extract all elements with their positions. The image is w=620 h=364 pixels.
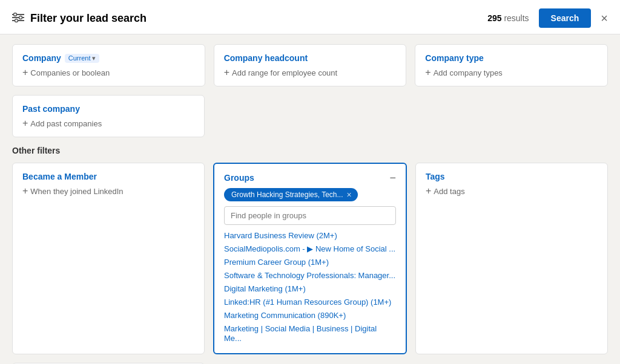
group-item-link[interactable]: Marketing | Social Media | Business | Di… bbox=[224, 324, 377, 343]
dropdown-arrow-icon: ▾ bbox=[92, 54, 96, 62]
modal-title: Filter your lead search bbox=[30, 12, 147, 25]
list-item: Marketing | Social Media | Business | Di… bbox=[224, 322, 396, 345]
became-member-title: Became a Member bbox=[22, 172, 194, 181]
other-filters-label: Other filters bbox=[12, 146, 608, 155]
group-item-link[interactable]: Marketing Communication (890K+) bbox=[224, 311, 346, 320]
group-item-link[interactable]: Digital Marketing (1M+) bbox=[224, 284, 306, 293]
plus-icon-tags: + bbox=[426, 186, 431, 196]
past-company-add-action[interactable]: + Add past companies bbox=[22, 119, 194, 128]
company-card: Company Current ▾ + Companies or boolean bbox=[12, 44, 205, 86]
filter-modal: Filter your lead search 295 results Sear… bbox=[0, 0, 620, 364]
filter-row-2: Past company + Add past companies bbox=[12, 95, 608, 137]
list-item: Linked:HR (#1 Human Resources Group) (1M… bbox=[224, 295, 396, 308]
results-display: 295 results bbox=[487, 13, 529, 23]
past-company-card: Past company + Add past companies bbox=[12, 95, 205, 137]
search-button[interactable]: Search bbox=[539, 8, 592, 28]
groups-content: Growth Hacking Strategies, Tech... × Har… bbox=[224, 188, 396, 345]
modal-header: Filter your lead search 295 results Sear… bbox=[0, 0, 620, 34]
tag-remove-button[interactable]: × bbox=[347, 190, 352, 199]
groups-card: Groups − Growth Hacking Strategies, Tech… bbox=[213, 163, 407, 354]
headcount-title: Company headcount bbox=[224, 53, 397, 63]
became-member-card: Became a Member + When they joined Linke… bbox=[12, 163, 205, 354]
group-item-link[interactable]: Linked:HR (#1 Human Resources Group) (1M… bbox=[224, 297, 391, 307]
groups-suggestions-list: Harvard Business Review (2M+) SocialMedi… bbox=[224, 229, 396, 345]
svg-point-3 bbox=[14, 13, 17, 16]
group-item-link[interactable]: Premium Career Group (1M+) bbox=[224, 258, 329, 267]
list-item: SocialMediopolis.com - ▶ New Home of Soc… bbox=[224, 242, 396, 255]
tags-add-action[interactable]: + Add tags bbox=[426, 186, 598, 196]
groups-collapse-button[interactable]: − bbox=[389, 172, 396, 183]
company-type-add-action[interactable]: + Add company types bbox=[425, 68, 598, 77]
groups-selected-tag: Growth Hacking Strategies, Tech... × bbox=[224, 188, 358, 201]
list-item: Software & Technology Professionals: Man… bbox=[224, 268, 396, 282]
header-right: 295 results Search × bbox=[487, 8, 608, 28]
groups-selected-tag-container: Growth Hacking Strategies, Tech... × bbox=[224, 188, 396, 206]
company-badge[interactable]: Current ▾ bbox=[65, 54, 100, 63]
tags-card: Tags + Add tags bbox=[415, 163, 608, 354]
list-item: Harvard Business Review (2M+) bbox=[224, 229, 396, 242]
close-button[interactable]: × bbox=[601, 12, 608, 24]
group-item-link[interactable]: Software & Technology Professionals: Man… bbox=[224, 271, 395, 280]
list-item: Premium Career Group (1M+) bbox=[224, 255, 396, 268]
company-type-card: Company type + Add company types bbox=[415, 44, 608, 86]
company-headcount-card: Company headcount + Add range for employ… bbox=[214, 44, 407, 86]
groups-search-input[interactable] bbox=[224, 206, 396, 225]
list-item: Marketing Communication (890K+) bbox=[224, 308, 396, 322]
tags-title: Tags bbox=[426, 172, 598, 181]
groups-header-row: Groups − bbox=[224, 172, 396, 183]
filter-row-1: Company Current ▾ + Companies or boolean… bbox=[12, 44, 608, 86]
list-item: Digital Marketing (1M+) bbox=[224, 282, 396, 295]
plus-icon: + bbox=[22, 68, 28, 77]
company-add-action[interactable]: + Companies or boolean bbox=[22, 68, 195, 77]
filter-row-3: Became a Member + When they joined Linke… bbox=[12, 163, 608, 354]
plus-icon-type: + bbox=[425, 68, 430, 77]
plus-icon-headcount: + bbox=[224, 68, 229, 77]
header-left: Filter your lead search bbox=[12, 12, 147, 25]
past-company-title: Past company bbox=[22, 104, 194, 114]
headcount-add-action[interactable]: + Add range for employee count bbox=[224, 68, 397, 77]
group-item-link[interactable]: SocialMediopolis.com - ▶ New Home of Soc… bbox=[224, 244, 395, 253]
modal-body: Company Current ▾ + Companies or boolean… bbox=[0, 34, 620, 364]
svg-point-5 bbox=[15, 19, 18, 22]
filter-icon bbox=[12, 12, 24, 25]
plus-icon-past: + bbox=[22, 119, 28, 128]
groups-title: Groups bbox=[224, 173, 254, 183]
company-type-title: Company type bbox=[425, 53, 598, 63]
group-item-link[interactable]: Harvard Business Review (2M+) bbox=[224, 231, 337, 240]
became-member-add-action[interactable]: + When they joined LinkedIn bbox=[22, 186, 194, 196]
company-card-title: Company Current ▾ bbox=[22, 53, 195, 63]
plus-icon-member: + bbox=[22, 186, 28, 196]
svg-point-4 bbox=[19, 16, 22, 19]
